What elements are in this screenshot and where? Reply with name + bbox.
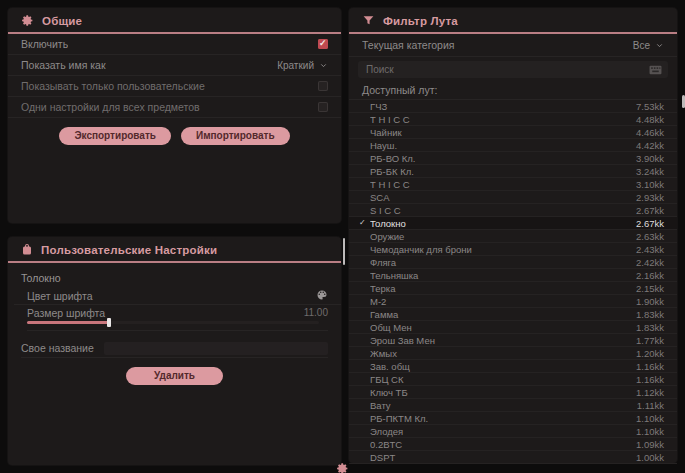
loot-list-item[interactable]: Элодея 1.10kk (349, 425, 677, 438)
loot-list-item[interactable]: РБ-ПКТМ Кл. 1.10kk (349, 412, 677, 425)
loot-list-item[interactable]: Жмых 1.20kk (349, 347, 677, 360)
keyboard-icon[interactable] (649, 61, 662, 79)
category-label: Текущая категория (362, 39, 455, 51)
loot-list-item[interactable]: DSPT 1.00kk (349, 451, 677, 464)
loot-list-item[interactable]: РБ-ВО Кл. 3.90kk (349, 152, 677, 165)
loot-item-name: РБ-ВО Кл. (370, 153, 636, 164)
custom-settings-panel: Пользовательские Настройки Толокно Цвет … (8, 237, 341, 465)
font-size-slider-thumb[interactable] (107, 318, 111, 327)
loot-item-value: 1.16kk (636, 374, 664, 385)
loot-list: ГЧЗ 7.53kk Т Н І С С 4.48kk Чайник 4.46k… (349, 99, 677, 466)
font-color-row: Цвет шрифта (14, 287, 341, 305)
loot-item-name: РБ-БК Кл. (370, 166, 636, 177)
loot-item-value: 1.10kk (636, 413, 664, 424)
loot-item-value: 4.46kk (636, 127, 664, 138)
loot-list-item[interactable]: S І С С 2.67kk (349, 204, 677, 217)
loot-item-value: 2.93kk (636, 192, 664, 203)
general-panel-header: Общие (8, 8, 341, 34)
loot-list-item[interactable]: Терка 2.15kk (349, 282, 677, 295)
loot-list-item[interactable]: Гамма 1.83kk (349, 308, 677, 321)
loot-item-value: 7.53kk (636, 101, 664, 112)
loot-item-name: Терка (370, 283, 636, 294)
loot-filter-header: Фильтр Лута (349, 8, 677, 34)
only-custom-checkbox[interactable] (318, 81, 328, 91)
search-input[interactable] (364, 63, 649, 76)
custom-name-input[interactable] (104, 342, 328, 355)
loot-list-item[interactable]: Оружие 2.63kk (349, 230, 677, 243)
name-mode-label: Показать имя как (21, 59, 106, 71)
loot-item-value: 1.09kk (636, 439, 664, 450)
loot-list-item[interactable]: ✓ Толокно 2.67kk (349, 217, 677, 230)
same-settings-checkbox[interactable] (318, 102, 328, 112)
gear-icon (21, 14, 34, 27)
export-import-row: Экспортировать Импортировать (8, 127, 341, 145)
font-size-slider-fill (27, 321, 109, 324)
loot-item-value: 2.16kk (636, 270, 664, 281)
loot-item-name: Оружие (370, 231, 636, 242)
left-column-scrollbar-thumb[interactable] (343, 238, 345, 265)
loot-list-item[interactable]: Общ Мен 1.83kk (349, 321, 677, 334)
loot-list-item[interactable]: М-2 1.90kk (349, 295, 677, 308)
delete-button[interactable]: Удалить (126, 367, 223, 385)
loot-item-name: Чемоданчик для брони (370, 244, 636, 255)
loot-item-value: 1.20kk (636, 348, 664, 359)
name-mode-dropdown[interactable]: Краткий (277, 60, 328, 71)
available-loot-label: Доступный лут: (349, 78, 677, 99)
loot-list-item[interactable]: ГБЦ СК 1.16kk (349, 373, 677, 386)
loot-list-item[interactable]: РБ-БК Кл. 3.24kk (349, 165, 677, 178)
loot-item-name: SCA (370, 192, 636, 203)
search-bar (358, 61, 668, 78)
loot-list-item[interactable]: 0.2BTC 1.09kk (349, 438, 677, 451)
chevron-down-icon (319, 61, 328, 70)
loot-list-item[interactable]: Чайник 4.46kk (349, 126, 677, 139)
palette-icon[interactable] (316, 289, 328, 303)
loot-item-value: 1.10kk (636, 426, 664, 437)
loot-item-name: Т Н І С С (370, 179, 636, 190)
same-settings-label: Одни настройки для всех предметов (21, 101, 200, 113)
loot-list-item[interactable]: Фляга 2.42kk (349, 256, 677, 269)
loot-list-item[interactable]: Т Н І С С 4.48kk (349, 113, 677, 126)
loot-list-item[interactable]: Науш. 4.42kk (349, 139, 677, 152)
only-custom-label: Показывать только пользовательские (21, 80, 205, 92)
loot-item-name: Жмых (370, 348, 636, 359)
loot-item-name: Эрош Зав Мен (370, 335, 636, 346)
loot-filter-panel: Фильтр Лута Текущая категория Все Доступ… (349, 8, 677, 463)
setting-row-only-custom: Показывать только пользовательские (8, 76, 341, 97)
font-size-value: 11.00 (304, 307, 328, 318)
delete-row: Удалить (8, 367, 341, 385)
loot-item-name: S І С С (370, 205, 636, 216)
loot-item-value: 2.15kk (636, 283, 664, 294)
custom-name-row: Свое название (21, 339, 328, 358)
overlay-anchor-icon[interactable] (336, 461, 349, 473)
loot-item-name: Тельняшка (370, 270, 636, 281)
loot-item-name: DSPT (370, 452, 636, 463)
loot-item-name: РБ-ПКТМ Кл. (370, 413, 636, 424)
loot-list-item[interactable]: Эрош Зав Мен 1.77kk (349, 334, 677, 347)
loot-list-item[interactable]: Тельняшка 2.16kk (349, 269, 677, 282)
loot-item-value: 1.12kk (636, 387, 664, 398)
category-dropdown[interactable]: Все (633, 40, 664, 51)
loot-list-item[interactable]: Вату 1.11kk (349, 399, 677, 412)
selected-item-name: Толокно (8, 263, 341, 287)
loot-item-value: 1.83kk (636, 322, 664, 333)
font-color-label: Цвет шрифта (27, 290, 93, 302)
category-value: Все (633, 40, 650, 51)
loot-item-name: Вату (370, 400, 637, 411)
loot-list-item[interactable]: ГЧЗ 7.53kk (349, 100, 677, 113)
loot-list-item[interactable]: Ключ ТБ 1.12kk (349, 386, 677, 399)
loot-filter-title: Фильтр Лута (383, 15, 458, 27)
loot-item-name: Фляга (370, 257, 636, 268)
loot-list-item[interactable]: Зав. общ 1.16kk (349, 360, 677, 373)
export-button[interactable]: Экспортировать (59, 127, 171, 145)
font-size-slider[interactable] (27, 321, 319, 324)
enable-checkbox[interactable] (318, 39, 328, 49)
font-size-label: Размер шрифта (27, 307, 105, 319)
loot-list-item[interactable]: Чемоданчик для брони 2.43kk (349, 243, 677, 256)
loot-item-value: 3.10kk (636, 179, 664, 190)
loot-item-value: 1.11kk (637, 400, 664, 411)
loot-item-value: 2.67kk (636, 218, 664, 229)
loot-list-item[interactable]: SCA 2.93kk (349, 191, 677, 204)
loot-list-item[interactable]: Т Н І С С 3.10kk (349, 178, 677, 191)
loot-item-name: Зав. общ (370, 361, 636, 372)
import-button[interactable]: Импортировать (181, 127, 290, 145)
